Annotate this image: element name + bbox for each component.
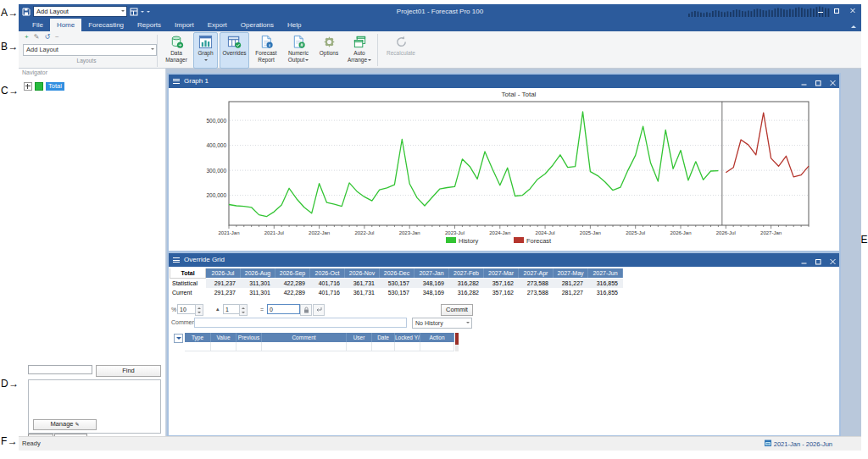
grid-cell[interactable]: 291,237 xyxy=(206,288,241,297)
overrides-button[interactable]: Overrides xyxy=(220,32,249,69)
override-history-table[interactable]: TypeValuePreviousCommentUserDateLocked Y… xyxy=(185,333,454,351)
grid-cell[interactable]: 316,855 xyxy=(588,288,623,297)
options-button[interactable]: Options xyxy=(315,32,342,69)
graph-window-titlebar[interactable]: Graph 1 xyxy=(169,75,839,88)
filter-button[interactable] xyxy=(174,334,183,343)
chevron-down-icon[interactable] xyxy=(147,11,150,14)
comment-input[interactable] xyxy=(194,318,407,328)
percent-spinner[interactable] xyxy=(195,304,203,316)
find-input[interactable] xyxy=(28,365,92,374)
grid-cell[interactable]: 361,731 xyxy=(345,279,380,288)
grid-cell[interactable]: 422,289 xyxy=(275,279,310,288)
lock-button[interactable] xyxy=(300,304,312,316)
history-empty-cell[interactable] xyxy=(420,342,454,351)
set-value-input[interactable] xyxy=(267,304,300,314)
history-empty-cell[interactable] xyxy=(262,342,347,351)
history-empty-cell[interactable] xyxy=(395,342,420,351)
save-icon[interactable] xyxy=(22,4,31,19)
close-button[interactable] xyxy=(849,7,856,14)
quick-layout-combobox[interactable]: Add Layout xyxy=(33,6,127,17)
forecast-report-button[interactable]: ForecastReport xyxy=(251,32,281,69)
remove-layout-icon[interactable]: − xyxy=(55,33,59,41)
history-column-header[interactable]: Date xyxy=(372,333,395,342)
grid-cell[interactable]: 530,157 xyxy=(380,288,415,297)
override-window-titlebar[interactable]: Override Grid xyxy=(169,253,839,267)
grid-cell[interactable]: 316,282 xyxy=(449,288,484,297)
tab-operations[interactable]: Operations xyxy=(234,19,281,31)
grid-column-header[interactable]: 2026-Jul xyxy=(206,268,241,278)
grid-cell[interactable]: 273,588 xyxy=(519,279,554,288)
history-empty-cell[interactable] xyxy=(347,342,372,351)
graph-button[interactable]: Graph xyxy=(193,32,218,69)
tab-help[interactable]: Help xyxy=(281,19,308,31)
history-empty-cell[interactable] xyxy=(372,342,395,351)
grid-cell[interactable]: 311,301 xyxy=(241,279,275,288)
grid-cell[interactable]: 357,162 xyxy=(484,288,519,297)
find-button[interactable]: Find xyxy=(96,365,161,377)
grid-column-header[interactable]: 2026-Aug xyxy=(241,268,275,278)
grid-cell[interactable]: 281,227 xyxy=(554,279,588,288)
grid-column-header[interactable]: 2027-Apr xyxy=(519,268,554,278)
percent-adjust-input[interactable] xyxy=(177,304,197,314)
history-column-header[interactable]: Action xyxy=(420,333,454,342)
tab-import[interactable]: Import xyxy=(168,19,201,31)
history-column-header[interactable]: Previous xyxy=(236,333,262,342)
grid-column-header[interactable]: 2027-Jun xyxy=(588,268,623,278)
history-column-header[interactable]: Comment xyxy=(262,333,347,342)
history-column-header[interactable]: Value xyxy=(211,333,236,342)
maximize-button[interactable] xyxy=(833,7,840,14)
manage-button[interactable]: Manage ✎ xyxy=(33,419,97,430)
layout-icon[interactable] xyxy=(130,4,138,19)
grid-column-header[interactable]: 2027-Jan xyxy=(415,268,449,278)
spin-up-icon[interactable] xyxy=(198,306,201,309)
table-scrollbar[interactable] xyxy=(455,333,459,351)
grid-column-header[interactable]: 2026-Oct xyxy=(310,268,345,278)
grid-column-header[interactable]: 2027-Feb xyxy=(449,268,484,278)
commit-button[interactable]: Commit xyxy=(441,304,473,316)
history-column-header[interactable]: Type xyxy=(185,333,211,342)
increment-adjust-input[interactable] xyxy=(223,304,241,314)
data-manager-button[interactable]: DataManager xyxy=(161,32,192,69)
line-chart[interactable]: 200,000300,000400,000500,0002021-Jan2021… xyxy=(169,88,836,248)
history-empty-cell[interactable] xyxy=(236,342,262,351)
spin-down-icon[interactable] xyxy=(198,312,201,315)
grid-cell[interactable]: 281,227 xyxy=(554,288,588,297)
hamburger-menu-icon[interactable] xyxy=(173,257,180,263)
tab-file[interactable]: File xyxy=(25,19,50,31)
spin-down-icon[interactable] xyxy=(242,312,245,315)
override-grid-table[interactable]: Total2026-Jul2026-Aug2026-Sep2026-Oct202… xyxy=(170,268,623,297)
hamburger-menu-icon[interactable] xyxy=(173,79,180,84)
history-column-header[interactable]: Locked Y/N xyxy=(395,333,420,342)
grid-cell[interactable]: 273,588 xyxy=(519,288,554,297)
grid-column-header[interactable]: 2027-May xyxy=(554,268,588,278)
chevron-down-icon[interactable] xyxy=(141,11,144,14)
add-layout-icon[interactable]: + xyxy=(25,33,29,41)
history-column-header[interactable]: User xyxy=(347,333,372,342)
tab-reports[interactable]: Reports xyxy=(131,19,168,31)
grid-cell[interactable]: 401,716 xyxy=(310,288,345,297)
grid-cell[interactable]: 348,169 xyxy=(415,288,449,297)
grid-cell[interactable]: 316,282 xyxy=(449,279,484,288)
grid-cell[interactable]: 291,237 xyxy=(206,279,241,288)
grid-cell[interactable]: 422,289 xyxy=(275,288,310,297)
scrollbar-thumb[interactable] xyxy=(455,333,459,345)
grid-cell[interactable]: 401,716 xyxy=(310,279,345,288)
grid-cell[interactable]: 316,855 xyxy=(588,279,623,288)
auto-arrange-button[interactable]: AutoArrange xyxy=(344,32,375,69)
history-empty-cell[interactable] xyxy=(211,342,236,351)
grid-cell[interactable]: 530,157 xyxy=(380,279,415,288)
spin-up-icon[interactable] xyxy=(242,306,245,309)
tab-home[interactable]: Home xyxy=(50,19,81,31)
undo-icon[interactable]: ↺ xyxy=(44,33,50,41)
grid-column-header[interactable]: 2026-Dec xyxy=(380,268,415,278)
history-filter-select[interactable]: No History xyxy=(412,318,472,329)
tab-forecasting[interactable]: Forecasting xyxy=(81,19,131,31)
grid-column-header[interactable]: 2027-Mar xyxy=(484,268,519,278)
grid-cell[interactable]: 357,162 xyxy=(484,279,519,288)
hotlist-listbox[interactable]: Manage ✎ xyxy=(28,379,161,434)
tab-export[interactable]: Export xyxy=(201,19,234,31)
tree-item-total[interactable]: Total xyxy=(24,82,64,91)
grid-cell[interactable]: 311,301 xyxy=(241,288,275,297)
grid-cell[interactable]: 348,169 xyxy=(415,279,449,288)
numeric-output-button[interactable]: NumericOutput xyxy=(283,32,314,69)
